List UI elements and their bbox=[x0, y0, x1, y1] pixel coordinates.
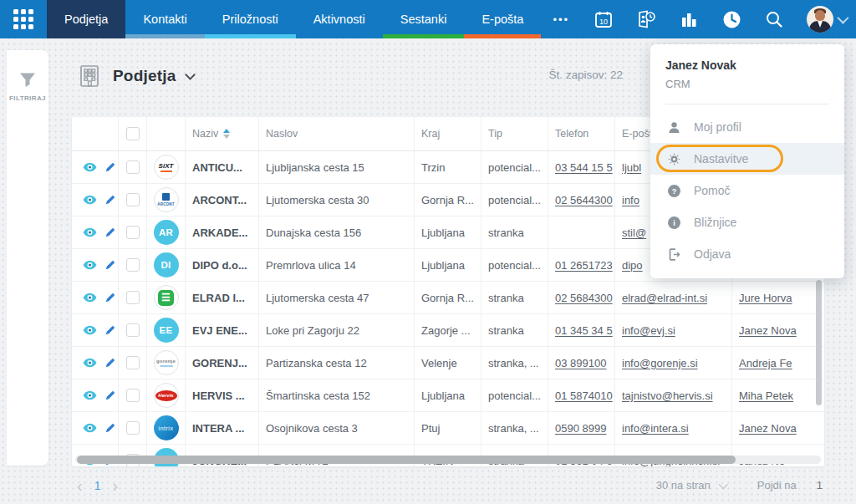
title-chevron-icon[interactable] bbox=[185, 69, 196, 80]
search-icon[interactable] bbox=[764, 9, 784, 29]
cell-telefon-link[interactable]: 02 5644300 bbox=[555, 194, 613, 206]
header-tip[interactable]: Tip bbox=[482, 117, 548, 150]
menu-item-odjava[interactable]: Odjava bbox=[650, 238, 844, 270]
horizontal-scrollbar-thumb[interactable] bbox=[77, 456, 736, 464]
edit-record-button[interactable] bbox=[103, 160, 117, 175]
view-record-button[interactable] bbox=[83, 356, 97, 370]
menu-item-pomo-[interactable]: ?Pomoč bbox=[650, 175, 844, 206]
cell-telefon[interactable]: 02 5644300 bbox=[548, 184, 615, 216]
view-record-button[interactable] bbox=[83, 291, 97, 305]
edit-record-button[interactable] bbox=[103, 389, 117, 403]
filter-panel-toggle[interactable]: FILTRIRAJ bbox=[7, 50, 48, 466]
header-naslov[interactable]: Naslov bbox=[259, 117, 415, 150]
tab-prilo-nosti[interactable]: Priložnosti bbox=[205, 0, 296, 38]
header-telefon[interactable]: Telefon bbox=[548, 117, 615, 150]
cell-email-link[interactable]: stil@ bbox=[622, 227, 646, 239]
cell-telefon[interactable]: 01 2651723 bbox=[548, 249, 615, 281]
cell-owner-link[interactable]: Jure Horva bbox=[739, 292, 792, 304]
edit-record-button[interactable] bbox=[103, 356, 117, 370]
row-checkbox[interactable] bbox=[126, 258, 140, 272]
cell-telefon[interactable]: 0590 8999 bbox=[548, 412, 615, 444]
cell-owner-link[interactable]: Janez Nova bbox=[739, 422, 797, 435]
tab-e-po-ta[interactable]: E-pošta bbox=[464, 0, 541, 38]
view-record-button[interactable] bbox=[83, 421, 97, 435]
cell-telefon-link[interactable]: 03 544 15 5 bbox=[555, 161, 613, 174]
current-page[interactable]: 1 bbox=[94, 479, 101, 492]
row-checkbox[interactable] bbox=[126, 389, 140, 402]
cell-telefon-link[interactable]: 03 899100 bbox=[555, 357, 606, 369]
cell-email[interactable]: elrad@elrad-int.si bbox=[615, 282, 732, 313]
vertical-scrollbar-thumb[interactable] bbox=[816, 280, 822, 405]
row-checkbox[interactable] bbox=[126, 291, 140, 304]
cell-telefon[interactable]: 03 899100 bbox=[548, 347, 615, 379]
cell-telefon[interactable]: 01 5874010 bbox=[548, 379, 615, 411]
edit-record-button[interactable] bbox=[103, 323, 117, 338]
cell-telefon-link[interactable]: 01 2651723 bbox=[555, 259, 613, 272]
sort-icon[interactable] bbox=[223, 129, 230, 139]
cell-email-link[interactable]: info@gorenje.si bbox=[622, 357, 698, 369]
app-grid-icon[interactable] bbox=[0, 0, 47, 38]
cell-owner[interactable]: Jure Horva bbox=[732, 282, 824, 313]
view-record-button[interactable] bbox=[83, 160, 97, 175]
per-page-chevron-icon[interactable] bbox=[719, 479, 728, 488]
planner-icon[interactable] bbox=[636, 9, 656, 29]
edit-record-button[interactable] bbox=[103, 226, 117, 240]
cell-email-link[interactable]: info@intera.si bbox=[622, 422, 689, 435]
cell-telefon-link[interactable]: 01 5874010 bbox=[555, 389, 613, 402]
more-tabs-button[interactable]: ••• bbox=[541, 0, 581, 38]
per-page-select[interactable]: 30 na stran bbox=[656, 479, 711, 491]
cell-owner-link[interactable]: Miha Petek bbox=[739, 389, 793, 402]
prev-page-button[interactable]: ‹ bbox=[72, 477, 88, 494]
select-all-checkbox[interactable] bbox=[126, 127, 140, 140]
edit-record-button[interactable] bbox=[103, 258, 117, 272]
cell-email[interactable]: info@intera.si bbox=[615, 412, 732, 444]
cell-email[interactable]: tajnistvo@hervis.si bbox=[615, 379, 732, 411]
view-record-button[interactable] bbox=[83, 389, 97, 403]
tab-sestanki[interactable]: Sestanki bbox=[383, 0, 465, 38]
calendar-icon[interactable]: 10 bbox=[594, 9, 614, 29]
user-menu-trigger[interactable] bbox=[807, 6, 846, 33]
cell-telefon[interactable]: 01 345 34 5 bbox=[548, 314, 615, 346]
cell-email-link[interactable]: elrad@elrad-int.si bbox=[622, 292, 707, 304]
next-page-button[interactable]: › bbox=[107, 477, 123, 494]
view-record-button[interactable] bbox=[83, 323, 97, 338]
menu-item-nastavitve[interactable]: Nastavitve bbox=[650, 143, 844, 175]
cell-telefon[interactable] bbox=[548, 216, 615, 248]
view-record-button[interactable] bbox=[83, 258, 97, 272]
row-checkbox[interactable] bbox=[126, 356, 140, 369]
bar-chart-icon[interactable] bbox=[679, 9, 699, 29]
goto-page-input[interactable]: 1 bbox=[817, 479, 823, 491]
cell-email-link[interactable]: ljubl bbox=[622, 161, 641, 174]
tab-aktivnosti[interactable]: Aktivnosti bbox=[296, 0, 383, 38]
cell-owner[interactable]: Miha Petek bbox=[732, 379, 824, 411]
edit-record-button[interactable] bbox=[103, 421, 117, 435]
row-checkbox[interactable] bbox=[126, 193, 140, 206]
tab-kontakti[interactable]: Kontakti bbox=[125, 0, 204, 38]
menu-item-moj-profil[interactable]: Moj profil bbox=[650, 111, 844, 143]
menu-item-bli-njice[interactable]: iBližnjice bbox=[650, 206, 844, 238]
cell-telefon-link[interactable]: 01 345 34 5 bbox=[555, 324, 613, 337]
cell-owner[interactable]: Andreja Fe bbox=[732, 347, 824, 379]
cell-owner[interactable]: Janez Nova bbox=[732, 412, 824, 444]
cell-email-link[interactable]: info@evj.si bbox=[622, 324, 675, 337]
header-naziv[interactable]: Naziv bbox=[186, 117, 259, 150]
cell-email-link[interactable]: tajnistvo@hervis.si bbox=[622, 389, 713, 402]
tab-podjetja[interactable]: Podjetja bbox=[47, 0, 125, 38]
cell-telefon-link[interactable]: 02 5684300 bbox=[555, 292, 613, 304]
edit-record-button[interactable] bbox=[103, 193, 117, 207]
cell-telefon[interactable]: 03 544 15 5 bbox=[548, 151, 615, 183]
cell-telefon-link[interactable]: 0590 8999 bbox=[555, 422, 606, 435]
cell-owner-link[interactable]: Janez Nova bbox=[739, 324, 797, 337]
view-record-button[interactable] bbox=[83, 193, 97, 207]
cell-owner-link[interactable]: Andreja Fe bbox=[739, 357, 792, 369]
cell-email-link[interactable]: dipo bbox=[622, 259, 643, 272]
edit-record-button[interactable] bbox=[103, 291, 117, 305]
cell-telefon[interactable]: 02 5684300 bbox=[548, 282, 615, 313]
horizontal-scrollbar-track[interactable] bbox=[75, 456, 821, 464]
clock-icon[interactable] bbox=[721, 9, 741, 29]
view-record-button[interactable] bbox=[83, 226, 97, 240]
header-kraj[interactable]: Kraj bbox=[415, 117, 482, 150]
row-checkbox[interactable] bbox=[126, 226, 140, 239]
row-checkbox[interactable] bbox=[126, 323, 140, 337]
cell-email[interactable]: info@evj.si bbox=[615, 314, 732, 346]
